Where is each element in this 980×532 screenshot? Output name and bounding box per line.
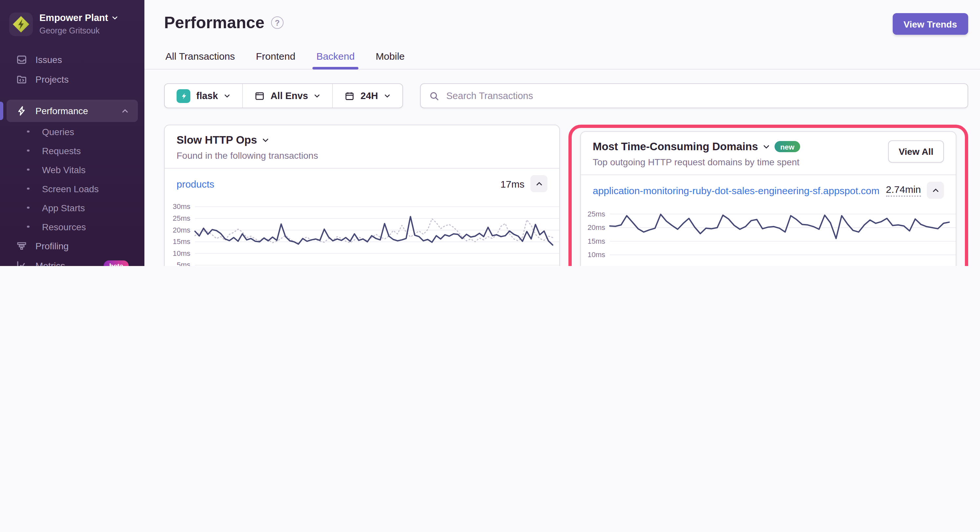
domains-chart: 05ms10ms15ms20ms25ms [581, 205, 956, 266]
sidebar-nav: Issues Projects Performance Queries Requ… [0, 46, 145, 266]
org-logo [9, 13, 33, 36]
transaction-link-products[interactable]: products [177, 178, 214, 189]
page-title: Performance [164, 13, 264, 32]
filter-bar: flask All Envs 24H [164, 83, 968, 108]
chevron-down-icon [384, 92, 391, 99]
sidebar-item-label: Projects [35, 74, 68, 85]
op-row-products: products 17ms [165, 168, 559, 199]
widget-title-domains[interactable]: Most Time-Consuming Domains new [593, 140, 800, 153]
chevron-up-icon [121, 107, 129, 114]
view-trends-button[interactable]: View Trends [892, 13, 968, 35]
widget-title-slow-http-ops[interactable]: Slow HTTP Ops [177, 134, 547, 146]
most-time-consuming-domains-panel: Most Time-Consuming Domains new Top outg… [580, 131, 956, 266]
bullet-icon [22, 187, 34, 190]
bullet-icon [22, 206, 34, 209]
search-box [420, 83, 968, 108]
project-filter-label: flask [196, 91, 218, 101]
tab-frontend[interactable]: Frontend [255, 49, 297, 69]
sidebar-item-issues[interactable]: Issues [6, 50, 138, 70]
new-badge: new [775, 141, 800, 152]
domain-link[interactable]: application-monitoring-ruby-dot-sales-en… [593, 185, 880, 196]
search-icon [429, 91, 439, 101]
sidebar-item-profiling[interactable]: Profiling [6, 236, 138, 256]
bullet-icon [22, 168, 34, 171]
collapse-row-button[interactable] [530, 175, 547, 192]
chevron-down-icon [111, 14, 118, 21]
svg-text:20ms: 20ms [587, 223, 605, 232]
org-switcher[interactable]: Empower Plant George Gritsouk [0, 9, 145, 46]
domain-row: application-monitoring-ruby-dot-sales-en… [581, 175, 956, 205]
tab-backend[interactable]: Backend [315, 49, 356, 69]
slow-http-ops-chart: 05ms10ms15ms20ms25ms30ms [165, 199, 559, 266]
svg-text:5ms: 5ms [592, 264, 605, 266]
sidebar-item-screen-loads[interactable]: Screen Loads [6, 179, 138, 198]
metrics-icon [16, 260, 27, 266]
op-duration: 17ms [501, 178, 525, 189]
collapse-row-button[interactable] [927, 182, 944, 199]
chevron-down-icon [763, 143, 770, 150]
profiling-icon [16, 241, 27, 251]
widget-subtitle: Top outgoing HTTP request domains by tim… [593, 157, 800, 167]
tab-mobile[interactable]: Mobile [374, 49, 406, 69]
view-all-button[interactable]: View All [888, 140, 944, 163]
sidebar-item-label: Screen Loads [42, 183, 99, 194]
time-range-filter[interactable]: 24H [332, 84, 402, 108]
beta-badge: beta [104, 260, 129, 266]
user-name: George Gritsouk [40, 26, 99, 35]
bullet-icon [22, 149, 34, 152]
sidebar-item-web-vitals[interactable]: Web Vitals [6, 160, 138, 179]
svg-text:30ms: 30ms [173, 202, 190, 211]
flask-project-icon [177, 89, 190, 103]
sidebar-item-projects[interactable]: Projects [6, 70, 138, 89]
svg-text:10ms: 10ms [173, 249, 190, 257]
bullet-icon [22, 130, 34, 133]
chevron-up-icon [932, 187, 939, 194]
issues-icon [16, 54, 27, 65]
performance-lightning-icon [16, 106, 27, 116]
calendar-icon [345, 91, 355, 101]
sidebar-item-queries[interactable]: Queries [6, 122, 138, 141]
sidebar-item-label: Resources [42, 221, 86, 232]
environment-filter-label: All Envs [270, 91, 308, 101]
tab-all-transactions[interactable]: All Transactions [164, 49, 236, 69]
sidebar-item-requests[interactable]: Requests [6, 141, 138, 160]
sidebar-item-metrics[interactable]: Metrics beta [6, 256, 138, 266]
svg-text:25ms: 25ms [173, 214, 190, 222]
org-name: Empower Plant [40, 12, 108, 24]
bullet-icon [22, 226, 34, 228]
tabs-bar: All Transactions Frontend Backend Mobile [145, 49, 980, 70]
main-content: Performance ? View Trends All Transactio… [145, 0, 980, 266]
widget-subtitle: Found in the following transactions [177, 150, 547, 161]
project-filter[interactable]: flask [165, 84, 242, 108]
help-tooltip-icon[interactable]: ? [271, 16, 283, 29]
svg-text:10ms: 10ms [587, 251, 605, 259]
domain-time-spent: 2.74min [886, 184, 921, 197]
slow-http-ops-panel: Slow HTTP Ops Found in the following tra… [164, 125, 560, 266]
time-range-filter-label: 24H [361, 91, 378, 101]
highlight-annotation: Most Time-Consuming Domains new Top outg… [568, 125, 968, 266]
sidebar: Empower Plant George Gritsouk Issues Pro… [0, 0, 145, 266]
sidebar-item-label: Issues [35, 54, 62, 65]
sidebar-item-label: Profiling [35, 241, 68, 251]
svg-text:20ms: 20ms [173, 226, 190, 234]
chevron-down-icon [314, 92, 321, 99]
svg-text:25ms: 25ms [587, 210, 605, 218]
sidebar-item-label: Queries [42, 126, 74, 137]
sidebar-item-resources[interactable]: Resources [6, 217, 138, 236]
environment-icon [255, 91, 264, 101]
sidebar-item-label: Metrics [35, 260, 65, 266]
environment-filter[interactable]: All Envs [242, 84, 332, 108]
svg-text:5ms: 5ms [177, 261, 190, 266]
search-input[interactable] [445, 90, 959, 102]
sidebar-item-label: Performance [35, 106, 88, 116]
sidebar-item-label: App Starts [42, 202, 85, 213]
svg-text:15ms: 15ms [587, 237, 605, 245]
sidebar-item-label: Web Vitals [42, 164, 86, 175]
svg-text:15ms: 15ms [173, 237, 190, 246]
sidebar-item-app-starts[interactable]: App Starts [6, 198, 138, 217]
sidebar-item-performance[interactable]: Performance [6, 100, 138, 122]
chevron-up-icon [535, 180, 542, 187]
page-filters: flask All Envs 24H [164, 83, 403, 108]
projects-icon [16, 74, 27, 85]
sentry-performance-app: Empower Plant George Gritsouk Issues Pro… [0, 0, 980, 266]
